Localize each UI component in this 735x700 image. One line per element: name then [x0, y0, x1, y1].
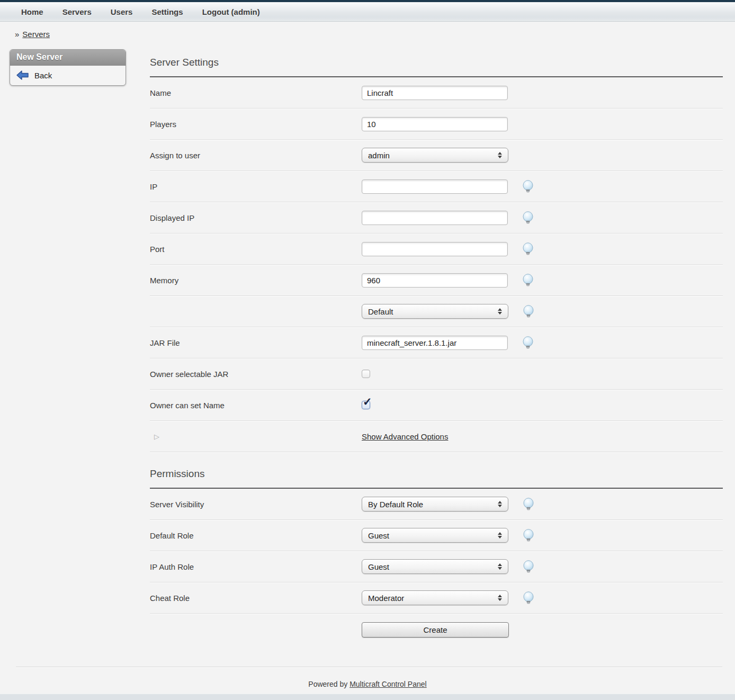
default-select[interactable]: Default — [362, 304, 508, 319]
lightbulb-hint-icon[interactable] — [522, 211, 534, 225]
form-row-players: Players — [150, 109, 723, 140]
ip-auth-role-select[interactable]: Guest — [362, 559, 508, 574]
form-row-default-profile: Default — [150, 296, 723, 327]
back-arrow-icon — [16, 70, 29, 80]
lightbulb-hint-icon[interactable] — [522, 243, 534, 256]
select-stepper-icon — [498, 308, 502, 315]
nav-item-home[interactable]: Home — [21, 7, 43, 16]
multicraft-link[interactable]: Multicraft Control Panel — [349, 680, 427, 688]
form-row-assign-user: Assign to user admin — [150, 140, 723, 171]
field-label: Default Role — [150, 531, 362, 540]
create-button[interactable]: Create — [362, 622, 509, 638]
checkmark-icon: ✓ — [363, 396, 372, 407]
lightbulb-hint-icon[interactable] — [523, 591, 534, 605]
breadcrumb: »Servers — [0, 22, 735, 44]
create-button-row: Create — [150, 614, 723, 645]
default-role-select[interactable]: Guest — [362, 528, 508, 543]
lightbulb-hint-icon[interactable] — [523, 498, 534, 511]
form-row-advanced-options: ▷ Show Advanced Options — [150, 421, 723, 452]
form-row-server-visibility: Server Visibility By Default Role — [150, 489, 723, 520]
cheat-role-select[interactable]: Moderator — [362, 590, 508, 605]
disclosure-triangle-icon[interactable]: ▷ — [150, 433, 362, 441]
powered-by-text: Powered by — [308, 680, 349, 688]
name-input[interactable] — [362, 86, 508, 100]
field-label: Port — [150, 245, 362, 254]
field-label: Name — [150, 88, 362, 97]
form-row-memory: Memory — [150, 265, 723, 296]
field-label: Owner can set Name — [150, 401, 362, 410]
menu-box-title: New Server — [10, 50, 126, 66]
select-stepper-icon — [498, 152, 502, 158]
lightbulb-hint-icon[interactable] — [523, 529, 534, 542]
field-label: Server Visibility — [150, 500, 362, 509]
form-row-ip: IP — [150, 171, 723, 202]
breadcrumb-marker: » — [15, 30, 19, 39]
bottom-strip — [0, 694, 735, 700]
lightbulb-hint-icon[interactable] — [522, 274, 534, 287]
players-input[interactable] — [362, 117, 508, 131]
field-label: Players — [150, 120, 362, 129]
form-row-owner-selectable-jar: Owner selectable JAR — [150, 358, 723, 390]
field-label: Memory — [150, 276, 362, 285]
back-label: Back — [34, 71, 52, 80]
displayed-ip-input[interactable] — [362, 211, 508, 225]
select-value: Default — [368, 307, 393, 316]
select-stepper-icon — [498, 563, 502, 570]
select-value: Moderator — [368, 594, 404, 603]
field-label: Displayed IP — [150, 213, 362, 222]
owner-selectable-jar-checkbox[interactable] — [362, 370, 370, 378]
select-stepper-icon — [498, 532, 502, 539]
select-value: admin — [368, 151, 390, 160]
menu-box-body: Back — [10, 66, 126, 85]
select-stepper-icon — [498, 501, 502, 507]
memory-input[interactable] — [362, 273, 508, 288]
field-label: IP — [150, 182, 362, 191]
server-visibility-select[interactable]: By Default Role — [362, 497, 508, 511]
lightbulb-hint-icon[interactable] — [523, 560, 534, 573]
form-row-default-role: Default Role Guest — [150, 520, 723, 551]
select-value: Guest — [368, 531, 389, 540]
main-panel: Server Settings Name Players Assign to u… — [150, 44, 723, 645]
form-row-jar-file: JAR File — [150, 327, 723, 358]
nav-item-settings[interactable]: Settings — [151, 7, 183, 16]
footer: Powered by Multicraft Control Panel — [0, 667, 735, 694]
ip-input[interactable] — [362, 180, 508, 194]
select-stepper-icon — [498, 595, 502, 601]
server-settings-heading: Server Settings — [150, 57, 723, 68]
show-advanced-options-link[interactable]: Show Advanced Options — [362, 432, 448, 441]
jar-file-input[interactable] — [362, 336, 508, 350]
field-label: Owner selectable JAR — [150, 370, 362, 379]
form-row-name: Name — [150, 77, 723, 109]
nav-item-logout[interactable]: Logout (admin) — [202, 7, 260, 16]
nav-item-servers[interactable]: Servers — [62, 7, 92, 16]
form-row-ip-auth-role: IP Auth Role Guest — [150, 551, 723, 582]
content-area: New Server Back Server Settings Name — [0, 44, 735, 645]
select-value: By Default Role — [368, 500, 423, 509]
lightbulb-hint-icon[interactable] — [522, 180, 534, 193]
lightbulb-hint-icon[interactable] — [522, 336, 534, 349]
nav-item-users[interactable]: Users — [111, 7, 133, 16]
field-label: Cheat Role — [150, 594, 362, 603]
field-label: JAR File — [150, 338, 362, 347]
form-row-displayed-ip: Displayed IP — [150, 202, 723, 234]
back-button[interactable]: Back — [16, 70, 119, 80]
breadcrumb-link-servers[interactable]: Servers — [22, 30, 50, 39]
lightbulb-hint-icon[interactable] — [523, 305, 534, 318]
form-row-owner-can-set-name: Owner can set Name ✓ — [150, 390, 723, 421]
assign-user-select[interactable]: admin — [362, 148, 508, 163]
owner-can-set-name-checkbox[interactable]: ✓ — [362, 401, 370, 409]
permissions-heading: Permissions — [150, 468, 723, 480]
port-input[interactable] — [362, 242, 508, 256]
field-label: IP Auth Role — [150, 562, 362, 571]
main-navbar: Home Servers Users Settings Logout (admi… — [0, 2, 735, 22]
field-label: Assign to user — [150, 151, 362, 160]
select-value: Guest — [368, 562, 389, 571]
form-row-port: Port — [150, 234, 723, 265]
new-server-menu-box: New Server Back — [10, 49, 126, 86]
form-row-cheat-role: Cheat Role Moderator — [150, 582, 723, 614]
